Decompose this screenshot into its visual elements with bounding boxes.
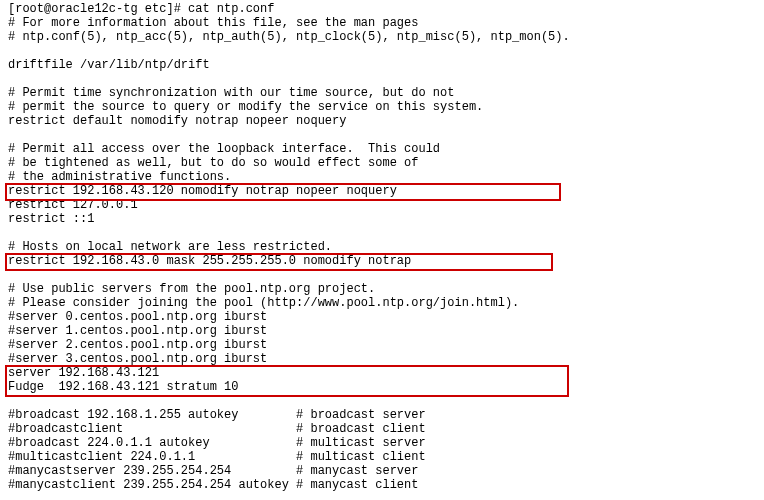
line: #broadcast 192.168.1.255 autokey # broad…: [8, 408, 426, 422]
line: restrict 192.168.43.120 nomodify notrap …: [8, 184, 397, 198]
line: # Hosts on local network are less restri…: [8, 240, 332, 254]
line: #broadcastclient # broadcast client: [8, 422, 426, 436]
line: # Use public servers from the pool.ntp.o…: [8, 282, 375, 296]
line: [root@oracle12c-tg etc]# cat ntp.conf: [8, 2, 274, 16]
line: # ntp.conf(5), ntp_acc(5), ntp_auth(5), …: [8, 30, 570, 44]
line: restrict ::1: [8, 212, 94, 226]
line: # Permit all access over the loopback in…: [8, 142, 440, 156]
line: # Please consider joining the pool (http…: [8, 296, 519, 310]
line: #manycastclient 239.255.254.254 autokey …: [8, 478, 418, 492]
line: # permit the source to query or modify t…: [8, 100, 483, 114]
line: restrict default nomodify notrap nopeer …: [8, 114, 346, 128]
line: # be tightened as well, but to do so wou…: [8, 156, 418, 170]
line: #server 2.centos.pool.ntp.org iburst: [8, 338, 267, 352]
line: restrict 192.168.43.0 mask 255.255.255.0…: [8, 254, 411, 268]
line: #multicastclient 224.0.1.1 # multicast c…: [8, 450, 426, 464]
line: driftfile /var/lib/ntp/drift: [8, 58, 210, 72]
line: #server 3.centos.pool.ntp.org iburst: [8, 352, 267, 366]
line: #manycastserver 239.255.254.254 # manyca…: [8, 464, 418, 478]
line: restrict 127.0.0.1: [8, 198, 138, 212]
line: #server 0.centos.pool.ntp.org iburst: [8, 310, 267, 324]
line: server 192.168.43.121: [8, 366, 159, 380]
line: #broadcast 224.0.1.1 autokey # multicast…: [8, 436, 426, 450]
line: #server 1.centos.pool.ntp.org iburst: [8, 324, 267, 338]
line: # For more information about this file, …: [8, 16, 418, 30]
terminal-output: [root@oracle12c-tg etc]# cat ntp.conf # …: [0, 0, 578, 494]
line: Fudge 192.168.43.121 stratum 10: [8, 380, 238, 394]
line: # Permit time synchronization with our t…: [8, 86, 454, 100]
line: # the administrative functions.: [8, 170, 231, 184]
